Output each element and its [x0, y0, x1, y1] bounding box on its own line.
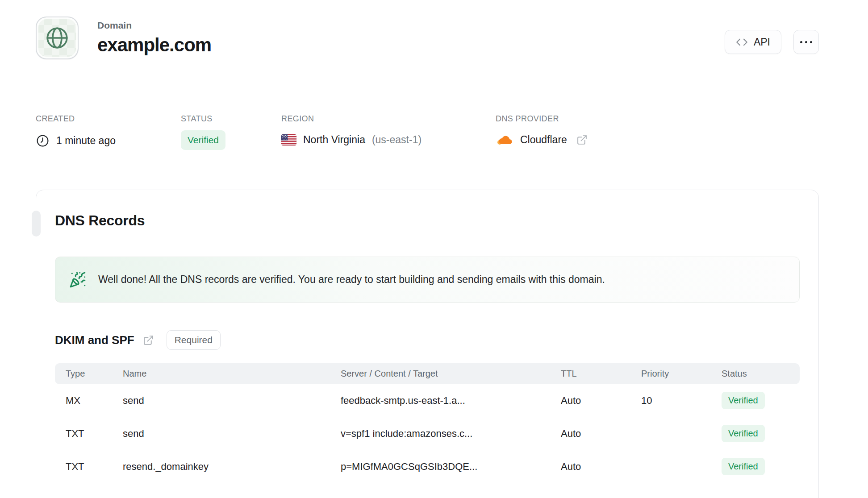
col-header-ttl: TTL: [561, 369, 641, 379]
table-row: TXT send v=spf1 include:amazonses.c... A…: [55, 417, 800, 450]
status-label: STATUS: [181, 114, 281, 124]
api-button-label: API: [754, 36, 770, 48]
domain-avatar: [36, 17, 79, 59]
meta-created: CREATED 1 minute ago: [36, 114, 181, 150]
external-link-icon[interactable]: [143, 335, 154, 346]
col-header-priority: Priority: [641, 369, 722, 379]
dns-records-table: Type Name Server / Content / Target TTL …: [55, 363, 800, 483]
success-banner-text: Well done! All the DNS records are verif…: [98, 274, 605, 286]
dkim-spf-title: DKIM and SPF: [55, 333, 134, 347]
us-flag-icon: [281, 134, 296, 145]
header-actions: API: [725, 30, 819, 54]
col-header-name: Name: [123, 369, 341, 379]
cell-ttl: Auto: [561, 395, 641, 407]
cell-name: send: [123, 395, 341, 407]
api-button[interactable]: API: [725, 30, 781, 54]
record-status-badge: Verified: [722, 392, 765, 409]
more-button[interactable]: [793, 30, 819, 54]
cell-priority: 10: [641, 395, 722, 407]
cell-type: MX: [66, 395, 123, 407]
dns-records-title: DNS Records: [55, 212, 800, 229]
cell-content[interactable]: v=spf1 include:amazonses.c...: [341, 428, 561, 440]
cell-ttl: Auto: [561, 428, 641, 440]
region-value: North Virginia: [303, 134, 365, 146]
title-block: Domain example.com: [97, 20, 211, 56]
table-row: MX send feedback-smtp.us-east-1.a... Aut…: [55, 384, 800, 417]
meta-status: STATUS Verified: [181, 114, 281, 150]
ellipsis-icon: [800, 41, 812, 43]
page-header: Domain example.com API: [36, 17, 819, 59]
dns-provider-label: DNS PROVIDER: [496, 114, 588, 124]
cell-name: resend._domainkey: [123, 461, 341, 473]
dns-provider-value[interactable]: Cloudflare: [520, 134, 567, 146]
cell-type: TXT: [66, 428, 123, 440]
cell-content[interactable]: feedback-smtp.us-east-1.a...: [341, 395, 561, 407]
dns-records-card: DNS Records Well done! All the DNS recor…: [36, 190, 819, 498]
region-code: (us-east-1): [372, 134, 421, 146]
cell-ttl: Auto: [561, 461, 641, 473]
meta-dns-provider: DNS PROVIDER Cloudflare: [496, 114, 588, 150]
external-link-icon[interactable]: [576, 134, 588, 145]
col-header-status: Status: [722, 369, 800, 379]
record-status-badge: Verified: [722, 458, 765, 475]
cell-name: send: [123, 428, 341, 440]
globe-icon: [44, 25, 70, 51]
domain-eyebrow: Domain: [97, 20, 211, 31]
cell-type: TXT: [66, 461, 123, 473]
cell-content[interactable]: p=MIGfMA0GCSqGSIb3DQE...: [341, 461, 561, 473]
clock-icon: [36, 134, 50, 148]
required-badge: Required: [167, 330, 221, 350]
cloudflare-icon: [496, 134, 513, 146]
code-icon: [736, 36, 748, 48]
table-header-row: Type Name Server / Content / Target TTL …: [55, 363, 800, 384]
status-badge: Verified: [181, 130, 225, 150]
success-banner: Well done! All the DNS records are verif…: [55, 257, 800, 303]
party-popper-icon: [69, 271, 86, 288]
page-title: example.com: [97, 34, 211, 56]
col-header-content: Server / Content / Target: [341, 369, 561, 379]
meta-row: CREATED 1 minute ago STATUS Verified REG…: [36, 114, 588, 150]
record-status-badge: Verified: [722, 425, 765, 442]
created-label: CREATED: [36, 114, 181, 124]
region-label: REGION: [281, 114, 496, 124]
dkim-spf-header: DKIM and SPF Required: [55, 330, 800, 350]
table-row: TXT resend._domainkey p=MIGfMA0GCSqGSIb3…: [55, 450, 800, 483]
created-value: 1 minute ago: [56, 135, 116, 147]
col-header-type: Type: [66, 369, 123, 379]
domain-details-page: Domain example.com API CREATED: [0, 0, 868, 498]
meta-region: REGION: [281, 114, 496, 150]
